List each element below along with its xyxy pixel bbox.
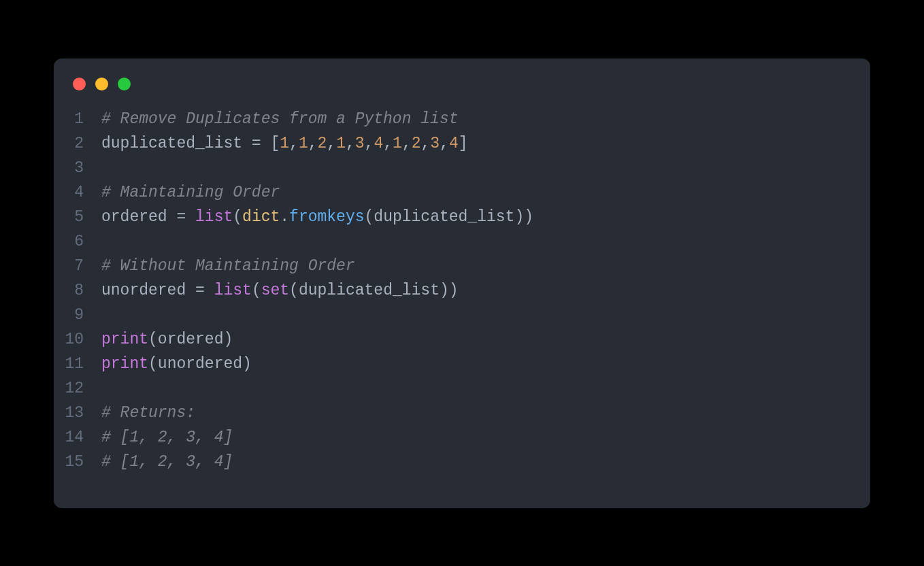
code-line[interactable]: 1# Remove Duplicates from a Python list <box>54 107 870 131</box>
token-comma: , <box>289 135 299 152</box>
token-paren: ( <box>289 282 299 299</box>
line-number: 12 <box>54 376 101 401</box>
line-number: 13 <box>54 401 101 425</box>
token-punct: . <box>280 208 289 226</box>
line-number: 11 <box>54 352 101 376</box>
code-line[interactable]: 6 <box>54 229 870 254</box>
minimize-icon[interactable] <box>95 78 108 90</box>
token-comma: , <box>365 135 374 152</box>
token-comment: # Maintaining Order <box>101 184 280 201</box>
token-func: list <box>195 208 233 226</box>
line-content[interactable]: # Remove Duplicates from a Python list <box>101 107 459 131</box>
code-line[interactable]: 5ordered = list(dict.fromkeys(duplicated… <box>54 205 870 229</box>
code-line[interactable]: 9 <box>54 303 870 327</box>
token-num: 1 <box>336 135 346 152</box>
line-content[interactable]: # Maintaining Order <box>101 180 280 205</box>
token-paren: ( <box>252 282 261 299</box>
token-ident: duplicated_list <box>299 282 440 299</box>
window-controls <box>54 78 870 107</box>
line-content[interactable]: # [1, 2, 3, 4] <box>101 450 233 474</box>
token-num: 4 <box>374 135 383 152</box>
code-line[interactable]: 14# [1, 2, 3, 4] <box>54 425 870 450</box>
code-line[interactable]: 15# [1, 2, 3, 4] <box>54 450 870 474</box>
line-content[interactable] <box>101 303 111 327</box>
token-method: fromkeys <box>289 208 364 226</box>
line-content[interactable] <box>101 376 111 401</box>
code-line[interactable]: 3 <box>54 156 870 180</box>
token-num: 4 <box>449 135 459 152</box>
token-op: = <box>242 135 270 152</box>
token-comma: , <box>420 135 430 152</box>
token-comment: # [1, 2, 3, 4] <box>101 453 233 471</box>
line-content[interactable]: duplicated_list = [1,1,2,1,3,4,1,2,3,4] <box>101 131 468 156</box>
token-ident: ordered <box>101 208 167 226</box>
token-num: 1 <box>393 135 402 152</box>
token-comment: # Remove Duplicates from a Python list <box>101 110 459 128</box>
token-comma: , <box>308 135 318 152</box>
token-num: 1 <box>299 135 308 152</box>
token-func: list <box>214 282 252 299</box>
line-number: 4 <box>54 180 101 205</box>
line-number: 1 <box>54 107 101 131</box>
token-paren: ( <box>148 331 158 348</box>
token-ident: unordered <box>158 355 242 373</box>
token-comma: , <box>440 135 449 152</box>
code-line[interactable]: 7# Without Maintaining Order <box>54 254 870 278</box>
token-func: print <box>101 331 148 348</box>
code-area[interactable]: 1# Remove Duplicates from a Python list2… <box>54 107 870 474</box>
token-num: 3 <box>355 135 365 152</box>
token-num: 3 <box>430 135 440 152</box>
close-icon[interactable] <box>73 78 86 90</box>
token-punct: ] <box>459 135 468 152</box>
code-editor-window: 1# Remove Duplicates from a Python list2… <box>54 59 870 508</box>
line-number: 15 <box>54 450 101 474</box>
token-comma: , <box>327 135 336 152</box>
maximize-icon[interactable] <box>118 78 131 90</box>
code-line[interactable]: 13# Returns: <box>54 401 870 425</box>
token-ident: ordered <box>158 331 224 348</box>
token-op: = <box>186 282 214 299</box>
line-number: 7 <box>54 254 101 278</box>
code-line[interactable]: 8unordered = list(set(duplicated_list)) <box>54 278 870 303</box>
line-content[interactable]: unordered = list(set(duplicated_list)) <box>101 278 459 303</box>
token-paren: )) <box>440 282 459 299</box>
token-comment: # [1, 2, 3, 4] <box>101 429 233 446</box>
token-paren: ( <box>233 208 242 226</box>
code-line[interactable]: 11print(unordered) <box>54 352 870 376</box>
token-ident: unordered <box>101 282 186 299</box>
line-content[interactable]: # [1, 2, 3, 4] <box>101 425 233 450</box>
token-paren: ) <box>223 331 233 348</box>
token-comma: , <box>383 135 393 152</box>
line-number: 9 <box>54 303 101 327</box>
code-line[interactable]: 10print(ordered) <box>54 327 870 352</box>
line-number: 5 <box>54 205 101 229</box>
line-content[interactable] <box>101 156 111 180</box>
line-content[interactable] <box>101 229 111 254</box>
token-num: 2 <box>412 135 421 152</box>
token-num: 2 <box>318 135 327 152</box>
token-comma: , <box>346 135 355 152</box>
code-line[interactable]: 2duplicated_list = [1,1,2,1,3,4,1,2,3,4] <box>54 131 870 156</box>
token-comma: , <box>402 135 412 152</box>
token-ident: duplicated_list <box>101 135 242 152</box>
token-paren: ( <box>365 208 374 226</box>
line-number: 2 <box>54 131 101 156</box>
token-paren: ( <box>148 355 158 373</box>
line-number: 3 <box>54 156 101 180</box>
token-func: print <box>101 355 148 373</box>
token-ident: duplicated_list <box>374 208 514 226</box>
line-content[interactable]: # Without Maintaining Order <box>101 254 355 278</box>
line-content[interactable]: print(ordered) <box>101 327 233 352</box>
line-content[interactable]: ordered = list(dict.fromkeys(duplicated_… <box>101 205 533 229</box>
line-number: 14 <box>54 425 101 450</box>
line-number: 6 <box>54 229 101 254</box>
token-obj: dict <box>242 208 280 226</box>
line-content[interactable]: print(unordered) <box>101 352 252 376</box>
code-line[interactable]: 4# Maintaining Order <box>54 180 870 205</box>
token-num: 1 <box>280 135 289 152</box>
token-punct: [ <box>270 135 280 152</box>
code-line[interactable]: 12 <box>54 376 870 401</box>
line-content[interactable]: # Returns: <box>101 401 195 425</box>
token-comment: # Returns: <box>101 404 195 422</box>
token-func: set <box>261 282 289 299</box>
